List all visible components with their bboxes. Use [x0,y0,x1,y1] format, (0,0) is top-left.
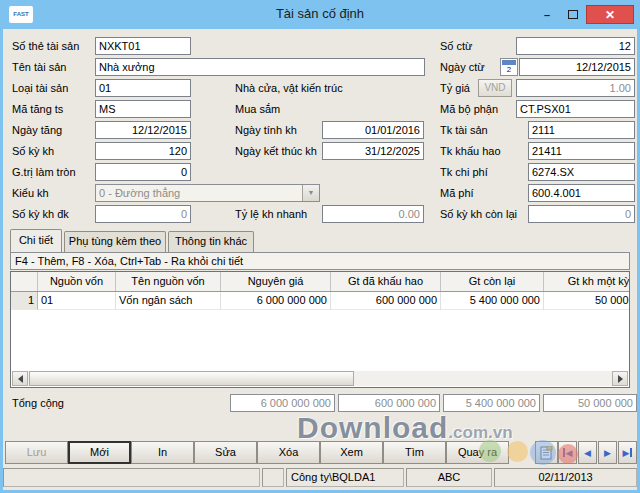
input-ten-tai-san[interactable]: Nhà xưởng [95,58,425,76]
column-header-nguyen-gia: Nguyên giá [221,272,331,291]
text-loai-tai-san-desc: Nhà cửa, vật kiến trúc [235,79,343,97]
label-tk-tai-san: Tk tài sản [440,121,488,139]
nav-prev-button[interactable]: ◀ [578,441,597,464]
label-tk-chi-phi: Tk chi phí [440,163,488,181]
moi-button[interactable]: Mới [68,441,131,464]
label-gtri-lam-tron: G.trị làm tròn [12,163,76,181]
total-gt-kh-mot-ky: 50 000 000 [543,394,637,412]
nav-first-icon: ◀ [566,448,573,458]
input-ma-phi[interactable]: 600.4.001 [528,184,635,202]
maximize-button[interactable] [560,5,586,24]
column-header-gt-kh-mot-ky: Gt kh một kỳ [544,272,630,291]
minimize-icon: – [544,9,550,21]
cell-gt-da-khau-hao[interactable]: 600 000 000 [331,292,441,310]
input-so-ky-kh-dk[interactable]: 0 [95,205,191,223]
input-ma-bo-phan[interactable]: CT.PSX01 [516,100,635,118]
xem-button[interactable]: Xem [320,441,383,464]
input-so-ctu[interactable]: 12 [516,37,635,55]
calendar-icon-day: 2 [501,64,517,75]
tab-thong-tin-khac[interactable]: Thông tin khác [168,231,254,252]
title-bar: FAST Tài sản cố định – ✕ [0,0,640,29]
input-tk-chi-phi[interactable]: 6274.SX [528,163,635,181]
total-gt-da-khau-hao: 600 000 000 [338,394,440,412]
nav-prev-icon: ◀ [584,448,591,458]
detail-grid: Nguồn vốn Tên nguồn vốn Nguyên giá Gt đã… [10,271,630,388]
select-kieu-kh-value: 0 - Đường thẳng [99,185,180,201]
total-label: Tổng cộng [12,394,64,412]
input-tk-khau-hao[interactable]: 21411 [528,142,635,160]
total-nguyen-gia: 6 000 000 000 [230,394,335,412]
calendar-icon[interactable]: 2 [500,58,518,76]
xoa-button[interactable]: Xóa [257,441,320,464]
cell-gt-con-lai[interactable]: 5 400 000 000 [441,292,544,310]
label-ma-phi: Mã phí [440,184,474,202]
input-ty-le-kh-nhanh[interactable]: 0.00 [322,205,424,223]
right-arrow-icon [618,375,623,383]
column-header-rownum [11,272,38,291]
cell-rownum: 1 [11,292,38,310]
grid-hint-bar: F4 - Thêm, F8 - Xóa, Ctrl+Tab - Ra khỏi … [10,252,630,270]
input-ty-gia[interactable]: 1.00 [516,79,635,97]
label-ngay-ket-thuc-kh: Ngày kết thúc kh [235,142,317,160]
label-tk-khau-hao: Tk khấu hao [440,142,501,160]
label-so-the-tai-san: Số thẻ tài sản [12,37,79,55]
label-loai-tai-san: Loại tài sản [12,79,68,97]
input-so-the-tai-san[interactable]: NXKT01 [95,37,191,55]
column-header-nguon-von: Nguồn vốn [38,272,116,291]
horizontal-scrollbar[interactable] [12,371,628,386]
app-window: FAST Tài sản cố định – ✕ Số thẻ tài sản … [0,0,640,493]
grid-header-row: Nguồn vốn Tên nguồn vốn Nguyên giá Gt đã… [11,272,629,292]
first-bar-icon [563,448,565,457]
statusbar-date: 02/11/2013 [494,468,637,487]
input-loai-tai-san[interactable]: 01 [95,79,191,97]
input-ngay-ctu[interactable]: 12/12/2015 [519,58,635,76]
input-so-ky-kh-con-lai[interactable]: 0 [528,205,635,223]
select-kieu-kh[interactable]: 0 - Đường thẳng ▼ [95,184,320,202]
label-ty-gia: Tỷ giá [440,79,470,97]
label-so-ky-kh-con-lai: Số kỳ kh còn lại [440,205,517,223]
in-button[interactable]: In [131,441,194,464]
chevron-down-icon[interactable]: ▼ [302,185,319,201]
cell-nguyen-gia[interactable]: 6 000 000 000 [221,292,331,310]
label-so-ctu: Số ctừ [440,37,472,55]
column-header-gt-con-lai: Gt còn lại [441,272,544,291]
cell-ten-nguon-von[interactable]: Vốn ngân sách [116,292,221,310]
label-ngay-ctu: Ngày ctừ [440,58,485,76]
notes-icon [540,446,553,460]
input-gtri-lam-tron[interactable]: 0 [95,163,191,181]
scroll-right-icon[interactable] [612,371,628,386]
scrollbar-thumb[interactable] [29,371,354,386]
scroll-left-icon[interactable] [12,371,28,386]
statusbar-blank [262,468,284,487]
close-button[interactable]: ✕ [586,5,634,24]
minimize-button[interactable]: – [534,5,560,24]
cell-gt-kh-mot-ky[interactable]: 50 000 000 [544,292,630,310]
tab-phu-tung-kem-theo[interactable]: Phụ tùng kèm theo [64,231,166,252]
quay-ra-button[interactable]: Quay ra [446,441,509,464]
luu-button[interactable]: Lưu [5,441,68,464]
input-ma-tang-ts[interactable]: MS [95,100,191,118]
total-gt-con-lai: 5 400 000 000 [443,394,540,412]
label-ma-tang-ts: Mã tăng ts [12,100,63,118]
statusbar-user: ABC [406,468,492,487]
tim-button[interactable]: Tìm [383,441,446,464]
nav-first-button[interactable]: ◀ [558,441,577,464]
input-ngay-tinh-kh[interactable]: 01/01/2016 [322,121,424,139]
tab-chi-tiet[interactable]: Chi tiết [10,229,62,252]
input-so-ky-kh[interactable]: 120 [95,142,191,160]
close-icon: ✕ [605,8,615,22]
table-row[interactable]: 1 01 Vốn ngân sách 6 000 000 000 600 000… [11,292,629,310]
currency-button[interactable]: VND [478,79,512,97]
input-ngay-ket-thuc-kh[interactable]: 31/12/2025 [322,142,424,160]
input-tk-tai-san[interactable]: 2111 [528,121,635,139]
label-so-ky-kh: Số kỳ kh [12,142,54,160]
nav-next-button[interactable]: ▶ [598,441,617,464]
column-header-ten-nguon-von: Tên nguồn vốn [116,272,221,291]
notes-button[interactable] [535,441,558,464]
input-ngay-tang[interactable]: 12/12/2015 [95,121,191,139]
statusbar-message [3,468,260,487]
label-ngay-tang: Ngày tăng [12,121,62,139]
sua-button[interactable]: Sửa [194,441,257,464]
nav-last-button[interactable]: ▶ [618,441,637,464]
cell-nguon-von[interactable]: 01 [38,292,116,310]
